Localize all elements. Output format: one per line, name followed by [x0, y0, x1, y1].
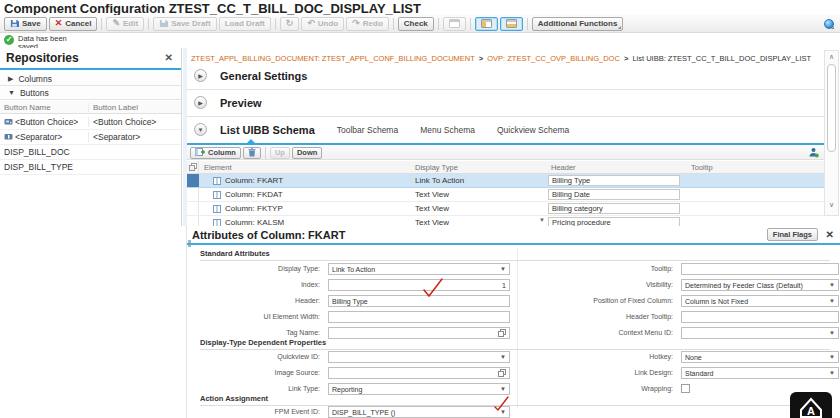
row-selector[interactable]: [187, 216, 199, 226]
value-help-icon[interactable]: [498, 329, 506, 337]
hotkey-select[interactable]: None▼: [681, 351, 839, 363]
row-selector[interactable]: [187, 188, 199, 201]
scroll-up-icon[interactable]: ∧: [825, 53, 838, 61]
position-of-fixed-column-select[interactable]: Column is Not Fixed▼: [681, 295, 839, 307]
tab-menu-schema[interactable]: Menu Schema: [420, 125, 475, 135]
tab-toolbar-schema[interactable]: Toolbar Schema: [337, 125, 398, 135]
component-configuration-window: Component Configuration ZTEST_CC_T_BILL_…: [0, 0, 840, 418]
header-inline-input[interactable]: Billing Date: [548, 189, 680, 200]
delete-button[interactable]: [243, 147, 261, 159]
link-design-select[interactable]: Standard▼: [681, 367, 839, 379]
table-row[interactable]: <Button Choice> <Button Choice>: [0, 115, 181, 130]
schema-table-header: Element Display Type Header Tooltip: [187, 161, 824, 174]
table-row-fktyp[interactable]: Column: FKTYP Text View Billing category: [187, 202, 824, 216]
section-action-assignment: Action Assignment: [200, 394, 830, 406]
main-scrollbar[interactable]: ∧ ∨: [824, 50, 839, 216]
row-selector[interactable]: [187, 174, 199, 187]
value-help-icon[interactable]: [498, 369, 506, 377]
save-draft-button[interactable]: Save Draft: [153, 17, 217, 31]
column-header-element[interactable]: Element: [199, 163, 410, 172]
save-button[interactable]: Save: [4, 17, 47, 31]
layout-single-icon: [449, 19, 460, 28]
section-title: Preview: [220, 97, 262, 109]
table-row-fkart[interactable]: Column: FKART Link To Action Billing Typ…: [187, 174, 824, 188]
ui-element-width-input[interactable]: [328, 311, 510, 323]
header-tooltip-input[interactable]: [681, 311, 839, 323]
toolbar-separator: [148, 18, 149, 30]
close-icon[interactable]: ✕: [826, 229, 834, 240]
column-header-display-type[interactable]: Display Type: [410, 163, 546, 172]
save-draft-icon: [159, 19, 168, 28]
table-row[interactable]: <Separator> <Separator>: [0, 130, 181, 145]
expand-toggle-icon[interactable]: ▶: [194, 96, 207, 109]
help-button[interactable]: [821, 17, 836, 31]
additional-functions-button[interactable]: Additional Functions: [532, 17, 624, 31]
display-type-select[interactable]: Link To Action▼: [328, 263, 510, 275]
scroll-down-icon[interactable]: ∨: [825, 201, 838, 209]
form-row: Display Type: Link To Action▼ Tooltip:: [187, 263, 840, 276]
redo-icon: ↷: [352, 19, 360, 28]
form-row: Index: 1 Visibility: Determined by Feede…: [187, 279, 840, 292]
panel-accent-rule: [187, 243, 840, 245]
index-input[interactable]: 1: [328, 279, 510, 291]
column-header-tooltip[interactable]: Tooltip: [686, 163, 824, 172]
chevron-down-icon: ▼: [829, 282, 835, 288]
chevron-down-icon: ▼: [500, 266, 506, 272]
configuration-editor-area: ZTEST_APPL_BILLING_DOCUMENT: ZTEST_APPL_…: [187, 47, 824, 226]
undo-button[interactable]: ↶ Undo: [301, 17, 344, 31]
fpm-event-id-select[interactable]: DISP_BILL_TYPE ()▼: [328, 406, 510, 418]
quickview-id-select[interactable]: ▼: [328, 351, 510, 363]
close-icon[interactable]: ✕: [165, 52, 173, 63]
watermark-glyph-icon: A: [798, 397, 824, 418]
add-column-button[interactable]: Column: [190, 147, 241, 159]
check-button[interactable]: Check: [398, 17, 434, 31]
table-row[interactable]: DISP_BILL_TYPE: [0, 160, 181, 175]
cancel-button[interactable]: ✕ Cancel: [49, 17, 98, 31]
image-source-input[interactable]: [328, 367, 510, 379]
table-row-fkdat[interactable]: Column: FKDAT Text View Billing Date: [187, 188, 824, 202]
tab-quickview-schema[interactable]: Quickview Schema: [497, 125, 569, 135]
column-header-header[interactable]: Header: [546, 163, 686, 172]
breadcrumb-link-application[interactable]: ZTEST_APPL_BILLING_DOCUMENT: ZTEST_APPL_…: [191, 54, 475, 63]
field-label: Tooltip:: [521, 265, 673, 272]
row-selector[interactable]: [187, 202, 199, 215]
refresh-button[interactable]: ↻: [280, 17, 300, 31]
sidebar-section-buttons[interactable]: ▼ Buttons: [0, 86, 181, 100]
layout-single-button[interactable]: [443, 17, 466, 31]
personalize-button[interactable]: [808, 144, 819, 162]
tab-list-uibb-schema[interactable]: List UIBB Schema: [220, 124, 315, 136]
toolbar-separator: [101, 18, 102, 30]
scrollbar-thumb[interactable]: [827, 64, 836, 152]
layout-bottom-panel-button[interactable]: [500, 17, 523, 31]
main-toolbar: Save ✕ Cancel ✎ Edit Save Draft Load Dra…: [0, 15, 840, 33]
edit-button[interactable]: ✎ Edit: [106, 17, 144, 31]
field-label: UI Element Width:: [200, 313, 320, 320]
chevron-right-icon: ▶: [8, 75, 13, 83]
chevron-down-icon: ▼: [829, 298, 835, 304]
header-inline-input[interactable]: Billing category: [548, 203, 680, 214]
table-row[interactable]: DISP_BILL_DOC: [0, 145, 181, 160]
expand-toggle-icon[interactable]: ▶: [194, 69, 207, 82]
move-up-button[interactable]: Up: [270, 147, 290, 159]
visibility-select[interactable]: Determined by Feeder Class (Default)▼: [681, 279, 839, 291]
layout-side-panel-button[interactable]: [475, 17, 498, 31]
success-icon: ✓: [4, 35, 14, 45]
redo-button[interactable]: ↷ Redo: [346, 17, 389, 31]
menu-corner-icon: [831, 26, 834, 29]
header-inline-input[interactable]: Billing Type: [548, 175, 680, 186]
tooltip-input[interactable]: [681, 263, 839, 275]
chevron-down-icon: ▼: [829, 354, 835, 360]
collapse-toggle-icon[interactable]: ▼: [194, 123, 207, 136]
wrapping-checkbox[interactable]: [681, 384, 690, 393]
refresh-icon: ↻: [286, 19, 294, 28]
table-scroll-down-icon[interactable]: ▼: [539, 217, 545, 223]
breadcrumb-link-ovp[interactable]: OVP: ZTEST_CC_OVP_BILLING_DOC: [487, 54, 620, 63]
table-row-kalsm[interactable]: Column: KALSM Text View Pricing procedur…: [187, 216, 824, 226]
move-down-button[interactable]: Down: [292, 147, 322, 159]
final-flags-button[interactable]: Final Flags: [767, 228, 818, 241]
load-draft-button[interactable]: Load Draft: [219, 17, 271, 31]
sidebar-section-columns[interactable]: ▶ Columns: [0, 72, 181, 86]
header-input[interactable]: Billing Type: [328, 295, 510, 307]
header-inline-input[interactable]: Pricing procedure: [548, 217, 680, 226]
section-display-type-dependent: Display-Type Dependent Properties: [200, 338, 830, 350]
